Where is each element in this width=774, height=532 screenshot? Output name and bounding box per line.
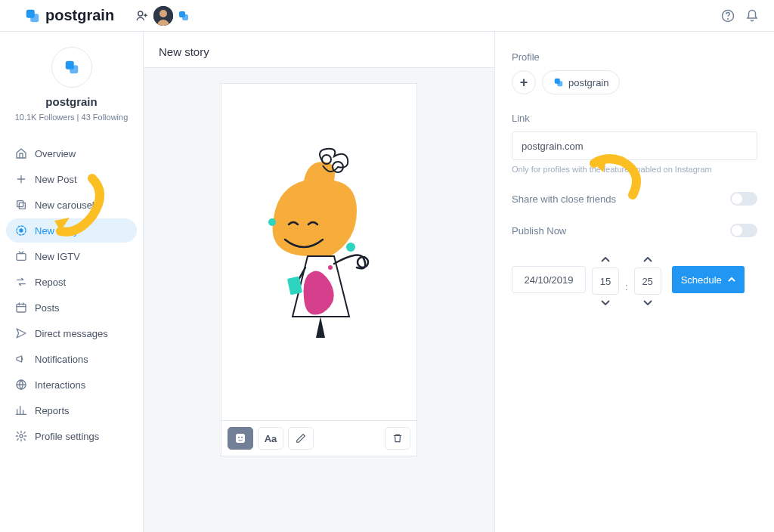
svg-point-18 xyxy=(20,435,23,438)
schedule-button-label: Schedule xyxy=(681,274,722,286)
layers-icon xyxy=(15,199,27,211)
date-input[interactable] xyxy=(512,266,586,293)
story-icon xyxy=(15,224,27,237)
link-help-text: Only for profiles with the feature enabl… xyxy=(512,165,757,174)
svg-point-8 xyxy=(728,18,729,19)
megaphone-icon xyxy=(15,353,27,365)
caret-up-icon xyxy=(728,276,735,283)
svg-rect-1 xyxy=(30,14,39,22)
svg-point-23 xyxy=(328,265,333,270)
sidebar-item-label: Interactions xyxy=(35,379,85,391)
settings-panel: Profile + postgrain Link Only for profil… xyxy=(494,32,774,532)
svg-rect-10 xyxy=(70,65,78,73)
story-canvas: Aa xyxy=(221,83,417,456)
add-profile-button[interactable]: + xyxy=(512,70,536,94)
sidebar-profile-name: postgrain xyxy=(45,95,97,108)
logo-icon xyxy=(63,59,80,76)
sidebar-item-label: New IGTV xyxy=(35,251,80,262)
hours-down[interactable] xyxy=(596,298,615,307)
chart-icon xyxy=(15,404,27,416)
hours-up[interactable] xyxy=(596,255,615,264)
profile-chip[interactable]: postgrain xyxy=(542,70,620,94)
sidebar-item-label: Repost xyxy=(35,277,66,288)
svg-point-28 xyxy=(241,437,243,438)
sidebar-item-new-story[interactable]: New story xyxy=(6,218,137,243)
svg-point-14 xyxy=(20,229,23,232)
sticker-tool[interactable] xyxy=(228,427,253,450)
text-tool-label: Aa xyxy=(265,433,277,444)
minutes-input[interactable] xyxy=(634,268,661,295)
chevron-up-icon xyxy=(643,257,652,263)
page-title: New story xyxy=(144,32,494,68)
draw-tool[interactable] xyxy=(288,427,314,450)
sidebar-item-new-post[interactable]: New Post xyxy=(6,167,137,191)
sidebar-item-label: Notifications xyxy=(35,354,88,365)
sidebar-profile-stats: 10.1K Followers | 43 Following xyxy=(15,113,128,122)
sidebar-item-reports[interactable]: Reports xyxy=(6,398,137,422)
bell-icon[interactable] xyxy=(745,9,759,23)
sidebar-item-label: Overview xyxy=(35,148,76,159)
chevron-up-icon xyxy=(601,257,610,263)
profile-label: Profile xyxy=(512,51,757,63)
help-icon[interactable] xyxy=(721,9,735,23)
sidebar-item-new-igtv[interactable]: New IGTV xyxy=(6,244,137,268)
schedule-button[interactable]: Schedule xyxy=(672,266,745,293)
hours-input[interactable] xyxy=(592,268,619,295)
link-label: Link xyxy=(512,113,757,124)
sidebar: postgrain 10.1K Followers | 43 Following… xyxy=(0,32,144,532)
sidebar-avatar[interactable] xyxy=(51,47,92,88)
send-icon xyxy=(15,327,27,339)
sidebar-item-notifications[interactable]: Notifications xyxy=(6,347,137,371)
sidebar-item-overview[interactable]: Overview xyxy=(6,141,137,165)
globe-icon xyxy=(15,379,27,391)
svg-rect-25 xyxy=(287,276,302,295)
sidebar-item-label: New Post xyxy=(35,174,77,185)
logo-icon xyxy=(553,77,564,88)
avatar xyxy=(153,6,173,26)
svg-rect-26 xyxy=(236,434,245,443)
text-tool[interactable]: Aa xyxy=(258,427,283,450)
svg-rect-30 xyxy=(557,81,562,86)
chevron-down-icon xyxy=(601,299,610,305)
svg-rect-11 xyxy=(17,201,23,207)
svg-rect-15 xyxy=(17,254,26,261)
sidebar-item-label: Profile settings xyxy=(35,431,99,442)
gear-icon xyxy=(15,430,27,442)
svg-point-4 xyxy=(159,10,167,17)
publish-now-toggle[interactable] xyxy=(730,224,757,237)
mini-logo-icon xyxy=(178,10,190,22)
tv-icon xyxy=(15,250,27,262)
svg-point-22 xyxy=(268,218,276,226)
time-separator: : xyxy=(625,281,628,292)
publish-now-label: Publish Now xyxy=(512,225,566,237)
logo-icon xyxy=(24,8,41,24)
svg-point-21 xyxy=(346,243,355,252)
sidebar-item-interactions[interactable]: Interactions xyxy=(6,373,137,397)
trash-icon xyxy=(392,433,403,444)
profile-chip-label: postgrain xyxy=(568,77,608,88)
link-input[interactable] xyxy=(512,131,757,160)
svg-rect-12 xyxy=(19,203,25,209)
close-friends-label: Share with close friends xyxy=(512,193,616,205)
delete-tool[interactable] xyxy=(385,427,410,450)
account-switcher[interactable] xyxy=(135,6,190,26)
sidebar-item-direct-messages[interactable]: Direct messages xyxy=(6,321,137,345)
story-preview[interactable] xyxy=(221,84,416,420)
sidebar-item-profile-settings[interactable]: Profile settings xyxy=(6,424,137,448)
sidebar-item-label: Reports xyxy=(35,405,70,416)
sidebar-item-posts[interactable]: Posts xyxy=(6,295,137,320)
logo-text: postgrain xyxy=(45,7,114,24)
sidebar-item-repost[interactable]: Repost xyxy=(6,270,137,294)
svg-rect-16 xyxy=(17,304,26,312)
sidebar-item-label: New story xyxy=(35,225,79,237)
minutes-up[interactable] xyxy=(639,255,657,264)
app-logo[interactable]: postgrain xyxy=(24,7,114,24)
plus-icon xyxy=(15,173,27,185)
sidebar-item-label: Direct messages xyxy=(35,328,108,339)
close-friends-toggle[interactable] xyxy=(730,192,757,206)
sidebar-item-label: New carousel xyxy=(35,200,94,211)
sidebar-item-new-carousel[interactable]: New carousel xyxy=(6,193,137,217)
repost-icon xyxy=(15,276,27,288)
svg-rect-6 xyxy=(182,14,188,20)
minutes-down[interactable] xyxy=(639,298,657,307)
